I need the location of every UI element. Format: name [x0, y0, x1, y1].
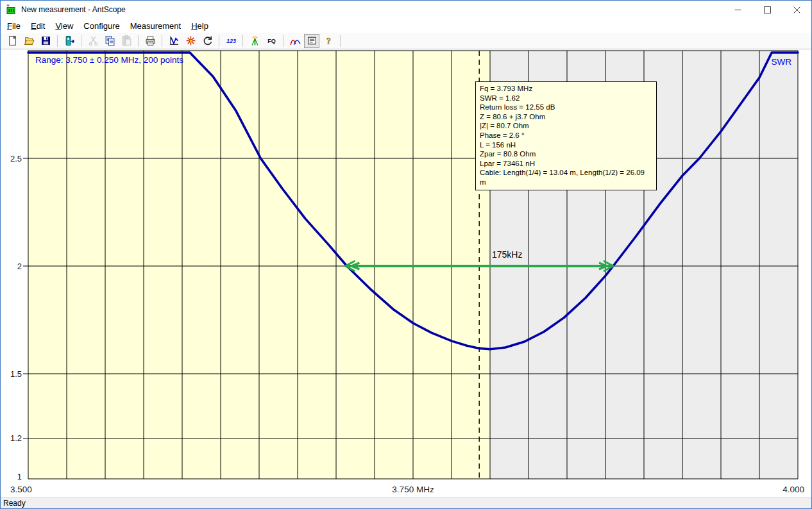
x-tick-label: 3.500: [10, 485, 32, 494]
help-icon: ?: [323, 35, 334, 46]
toolbar-separator: [283, 35, 283, 47]
series-label: SWR: [772, 57, 792, 67]
tooltip-line: SWR = 1.62: [480, 94, 652, 103]
toolbar-button-new[interactable]: [4, 34, 20, 48]
tooltip-line: Return loss = 12.55 dB: [480, 103, 652, 112]
y-tick-label: 2: [17, 262, 22, 271]
title-bar: New measurement - AntScope: [1, 1, 811, 19]
app-icon: [6, 4, 17, 15]
tooltip-line: Zpar = 80.8 Ohm: [480, 149, 652, 159]
toolbar-button-paste: [119, 34, 134, 48]
toolbar-button-chart-view[interactable]: [166, 34, 182, 48]
close-icon: [793, 6, 800, 13]
menu-bar: FileEditViewConfigureMeasurementHelp: [1, 19, 811, 33]
y-tick-label: 1.2: [10, 433, 22, 443]
chart-view-icon: [169, 35, 180, 46]
menu-item-measurement[interactable]: Measurement: [125, 20, 186, 32]
menu-item-file[interactable]: File: [2, 20, 26, 32]
status-text: Ready: [3, 499, 26, 508]
minimize-icon: [734, 6, 741, 13]
open-icon: [24, 35, 35, 46]
bandwidth-annotation: 175kHz: [492, 249, 522, 260]
toolbar-button-copy[interactable]: [102, 34, 117, 48]
toolbar-separator: [219, 35, 219, 47]
maximize-icon: [764, 6, 771, 13]
toolbar-button-export-to-device[interactable]: [62, 34, 77, 48]
tooltip-line: Cable: Length(1/4) = 13.04 m, Length(1/2…: [480, 168, 652, 187]
toolbar-separator: [162, 35, 162, 47]
range-label: Range: 3.750 ± 0.250 MHz, 200 points: [35, 55, 183, 65]
y-tick-label: 1.5: [10, 369, 22, 379]
curves-view-icon: [290, 35, 301, 46]
toolbar-button-cut: [85, 34, 101, 48]
rescan-icon: [202, 35, 213, 46]
tooltip-line: |Z| = 80.7 Ohm: [480, 121, 652, 131]
svg-text:FQ: FQ: [267, 38, 276, 44]
toolbar-button-antenna[interactable]: [247, 34, 262, 48]
toolbar-button-save[interactable]: [38, 34, 53, 48]
menu-item-help[interactable]: Help: [186, 20, 214, 32]
status-bar: Ready: [1, 497, 811, 509]
x-tick-label: 3.750 MHz: [392, 485, 434, 494]
svg-text:123: 123: [226, 38, 235, 44]
chart-client-area: 2.521.51.213.5003.750 MHz4.000 Range: 3.…: [1, 49, 812, 497]
toolbar-separator: [340, 35, 341, 47]
svg-text:?: ?: [326, 37, 331, 46]
y-tick-label: 1: [17, 472, 22, 481]
toolbar-separator: [242, 35, 243, 47]
toolbar-button-numeric-view[interactable]: 123: [223, 34, 239, 48]
scan-icon: [185, 35, 196, 46]
tooltip-line: L = 156 nH: [480, 140, 652, 150]
swr-plot[interactable]: 2.521.51.213.5003.750 MHz4.000: [1, 49, 812, 497]
cut-icon: [88, 35, 99, 46]
tooltip-line: Phase = 2.6 °: [480, 131, 652, 140]
toolbar-button-print[interactable]: [142, 34, 158, 48]
maximize-button[interactable]: [752, 1, 782, 19]
minimize-button[interactable]: [723, 1, 752, 19]
toolbar: 123FQ?: [1, 33, 811, 49]
close-button[interactable]: [782, 1, 811, 19]
tooltip-line: Fq = 3.793 MHz: [480, 84, 652, 94]
toolbar-button-help[interactable]: ?: [321, 34, 336, 48]
window-title: New measurement - AntScope: [21, 5, 126, 14]
numeric-view-icon: 123: [226, 35, 237, 46]
save-icon: [40, 35, 51, 46]
app-window: New measurement - AntScope FileEditViewC…: [0, 0, 812, 509]
toolbar-separator: [81, 35, 81, 47]
antenna-icon: [250, 35, 260, 46]
paste-icon: [121, 35, 132, 46]
menu-item-view[interactable]: View: [50, 20, 78, 32]
toolbar-button-open[interactable]: [21, 34, 37, 48]
export-to-device-icon: [64, 35, 75, 46]
copy-icon: [105, 35, 115, 46]
x-tick-label: 4.000: [782, 485, 804, 494]
tooltip-line: Lpar = 73461 nH: [480, 159, 652, 169]
new-icon: [7, 35, 18, 46]
measurement-tooltip: Fq = 3.793 MHzSWR = 1.62Return loss = 12…: [475, 81, 657, 190]
list-view-icon: [307, 35, 317, 46]
toolbar-button-curves-view[interactable]: [287, 34, 303, 48]
tooltip-line: Z = 80.6 + j3.7 Ohm: [480, 112, 652, 122]
toolbar-separator: [138, 35, 139, 47]
y-tick-label: 2.5: [10, 154, 22, 163]
toolbar-separator: [57, 35, 58, 47]
toolbar-button-frequency[interactable]: FQ: [264, 34, 279, 48]
toolbar-button-rescan[interactable]: [199, 34, 215, 48]
toolbar-button-scan[interactable]: [183, 34, 198, 48]
frequency-icon: FQ: [266, 35, 277, 46]
menu-item-edit[interactable]: Edit: [26, 20, 50, 32]
toolbar-button-list-view[interactable]: [304, 34, 319, 48]
print-icon: [145, 35, 156, 46]
menu-item-configure[interactable]: Configure: [78, 20, 124, 32]
